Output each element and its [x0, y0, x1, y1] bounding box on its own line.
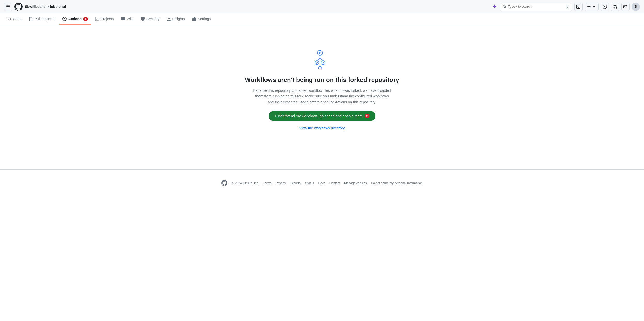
main-content: Workflows aren't being run on this forke…: [0, 25, 644, 154]
actions-badge: 1: [83, 17, 88, 21]
svg-point-5: [315, 61, 319, 65]
nav-item-settings[interactable]: Settings: [189, 14, 214, 24]
pullrequest-button[interactable]: [611, 3, 619, 11]
avatar[interactable]: S: [632, 3, 640, 11]
hamburger-button[interactable]: [4, 3, 12, 11]
workflows-icon: [312, 49, 332, 70]
github-logo[interactable]: [14, 3, 23, 11]
new-button[interactable]: [585, 3, 599, 11]
search-shortcut: /: [566, 5, 569, 9]
breadcrumb: Sbwillbealier / lobe-chat: [25, 5, 66, 9]
view-workflows-link[interactable]: View the workflows directory: [299, 126, 345, 130]
issues-button[interactable]: [601, 3, 609, 11]
svg-marker-1: [319, 52, 321, 54]
footer-link-status[interactable]: Status: [305, 181, 314, 185]
main-title: Workflows aren't being run on this forke…: [245, 76, 399, 84]
wiki-icon: [121, 17, 125, 21]
svg-point-6: [321, 61, 325, 65]
svg-line-4: [320, 58, 323, 61]
footer-link-privacy[interactable]: Privacy: [276, 181, 286, 185]
footer-link-docs[interactable]: Docs: [318, 181, 325, 185]
top-navigation: Sbwillbealier / lobe-chat ✦ /: [0, 0, 644, 13]
avatar-initial: S: [635, 5, 637, 9]
nav-left: Sbwillbealier / lobe-chat: [4, 3, 489, 11]
projects-icon: [95, 17, 99, 21]
nav-label-security: Security: [146, 17, 160, 21]
nav-right: ✦ /: [491, 2, 640, 11]
nav-label-projects: Projects: [101, 17, 114, 21]
footer-link-terms[interactable]: Terms: [263, 181, 272, 185]
footer-link-security[interactable]: Security: [290, 181, 301, 185]
nav-item-code[interactable]: Code: [4, 14, 25, 24]
nav-item-projects[interactable]: Projects: [92, 14, 117, 24]
plus-icon: [587, 5, 591, 9]
nav-item-security[interactable]: Security: [138, 14, 163, 24]
nav-label-wiki: Wiki: [127, 17, 133, 21]
enable-button-label: I understand my workflows, go ahead and …: [275, 114, 363, 118]
nav-label-code: Code: [13, 17, 21, 21]
svg-line-3: [317, 58, 320, 61]
enable-workflows-button[interactable]: I understand my workflows, go ahead and …: [269, 111, 375, 121]
footer: © 2024 GitHub, Inc. Terms Privacy Securi…: [0, 169, 644, 196]
insights-icon: [167, 17, 171, 21]
nav-item-insights[interactable]: Insights: [163, 14, 188, 24]
nav-label-actions: Actions: [68, 17, 81, 21]
footer-link-do-not-share[interactable]: Do not share my personal information: [371, 181, 422, 185]
nav-label-pull-requests: Pull requests: [34, 17, 55, 21]
footer-github-logo: [221, 180, 227, 186]
terminal-button[interactable]: [574, 3, 583, 11]
search-icon: [503, 5, 506, 9]
settings-icon: [192, 17, 196, 21]
breadcrumb-repo[interactable]: lobe-chat: [50, 5, 66, 9]
actions-icon: [62, 17, 67, 21]
footer-copyright: © 2024 GitHub, Inc.: [232, 181, 259, 185]
repo-navigation: Code Pull requests Actions 1 Projects: [0, 13, 644, 25]
chevron-down-icon: [592, 5, 596, 9]
code-icon: [7, 17, 11, 21]
nav-item-actions[interactable]: Actions 1: [59, 13, 91, 25]
search-box[interactable]: /: [500, 3, 572, 11]
enable-button-badge: 2: [365, 114, 369, 118]
shield-icon: [141, 17, 145, 21]
nav-item-wiki[interactable]: Wiki: [118, 14, 136, 24]
breadcrumb-user[interactable]: Sbwillbealier: [25, 5, 47, 9]
nav-label-insights: Insights: [172, 17, 185, 21]
footer-link-contact[interactable]: Contact: [329, 181, 340, 185]
inbox-button[interactable]: [621, 3, 630, 11]
copilot-button[interactable]: ✦: [491, 2, 498, 11]
footer-link-manage-cookies[interactable]: Manage cookies: [344, 181, 367, 185]
nav-item-pull-requests[interactable]: Pull requests: [26, 14, 58, 24]
breadcrumb-separator: /: [48, 5, 49, 9]
pull-request-icon: [29, 17, 33, 21]
search-input[interactable]: [508, 5, 564, 9]
nav-label-settings: Settings: [198, 17, 211, 21]
main-description: Because this repository contained workfl…: [252, 88, 392, 105]
